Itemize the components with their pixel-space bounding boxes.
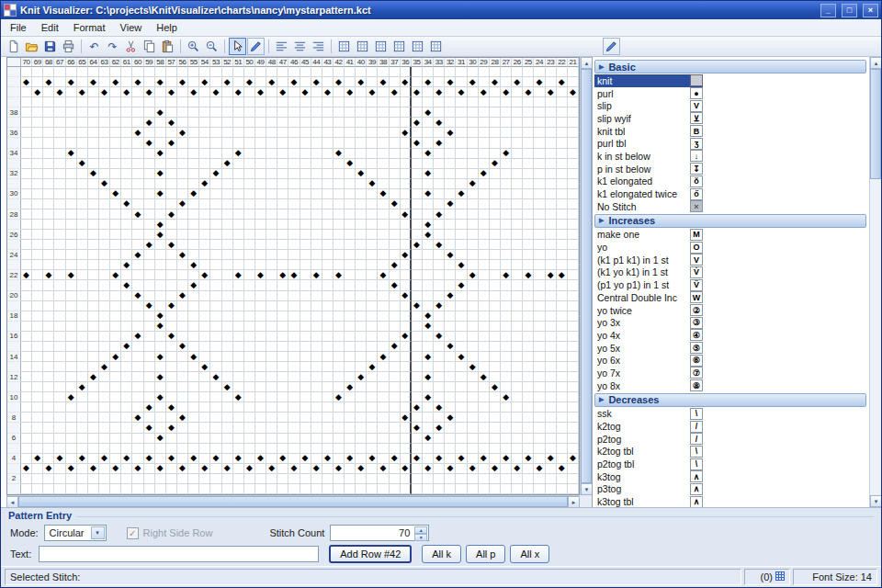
chart-cell[interactable] <box>412 372 423 382</box>
chart-cell[interactable] <box>367 240 378 250</box>
mode-dropdown[interactable]: Circular ▼ <box>44 525 107 541</box>
chart-cell[interactable] <box>155 270 166 280</box>
chart-cell[interactable] <box>255 342 266 352</box>
chart-cell[interactable] <box>468 301 479 311</box>
chart-cell[interactable] <box>222 332 233 342</box>
stitch-yo-7x[interactable]: yo 7x⑦ <box>594 367 703 379</box>
chart-cell[interactable] <box>523 128 534 138</box>
align-center-button[interactable] <box>291 38 309 55</box>
chart-cell[interactable] <box>557 209 568 220</box>
chart-cell[interactable] <box>277 128 288 138</box>
chart-cell[interactable] <box>356 270 367 280</box>
chart-cell[interactable] <box>66 332 77 342</box>
chart-cell[interactable] <box>222 260 233 270</box>
chart-cell[interactable] <box>132 454 143 464</box>
chart-cell[interactable] <box>110 332 121 342</box>
chart-cell[interactable] <box>501 311 512 322</box>
chart-cell[interactable]: ◆ <box>166 118 177 128</box>
chart-cell[interactable] <box>266 270 277 280</box>
chart-cell[interactable] <box>54 474 65 484</box>
chart-cell[interactable]: ◆ <box>222 464 233 474</box>
chart-cell[interactable] <box>534 372 545 382</box>
chart-cell[interactable] <box>210 97 221 107</box>
chart-cell[interactable] <box>367 97 378 107</box>
chart-cell[interactable] <box>378 322 389 332</box>
chart-cell[interactable] <box>557 301 568 311</box>
chart-cell[interactable] <box>423 97 434 107</box>
chart-cell[interactable] <box>456 138 467 148</box>
chart-cell[interactable] <box>512 280 523 290</box>
chart-cell[interactable] <box>546 128 557 138</box>
chart-cell[interactable] <box>99 322 110 332</box>
chart-cell[interactable] <box>77 220 88 230</box>
chart-cell[interactable] <box>568 444 579 454</box>
chart-cell[interactable] <box>66 220 77 230</box>
chart-cell[interactable] <box>199 392 210 402</box>
stitch-k-in-st-below[interactable]: k in st below↓ <box>594 150 703 163</box>
chart-cell[interactable] <box>77 77 88 87</box>
chart-cell[interactable] <box>188 270 199 280</box>
chart-cell[interactable] <box>345 322 356 332</box>
chart-cell[interactable] <box>479 250 490 260</box>
chart-cell[interactable] <box>233 362 244 372</box>
chart-cell[interactable] <box>568 474 579 484</box>
chart-cell[interactable] <box>188 382 199 392</box>
chart-cell[interactable] <box>300 209 311 220</box>
chart-cell[interactable] <box>199 332 210 342</box>
chart-cell[interactable] <box>479 402 490 413</box>
chart-cell[interactable] <box>266 220 277 230</box>
chart-cell[interactable] <box>334 342 345 352</box>
chart-cell[interactable] <box>54 240 65 250</box>
chart-cell[interactable] <box>43 159 54 169</box>
chart-cell[interactable] <box>568 311 579 322</box>
chart-cell[interactable] <box>390 209 401 220</box>
chart-cell[interactable]: ◆ <box>110 464 121 474</box>
chart-cell[interactable] <box>43 362 54 372</box>
chart-cell[interactable] <box>356 342 367 352</box>
chart-cell[interactable] <box>210 118 221 128</box>
chart-cell[interactable] <box>188 372 199 382</box>
chart-cell[interactable] <box>423 402 434 413</box>
chart-cell[interactable] <box>99 209 110 220</box>
chart-cell[interactable] <box>144 372 155 382</box>
chart-cell[interactable] <box>390 77 401 87</box>
chart-cell[interactable] <box>468 250 479 260</box>
chart-cell[interactable] <box>401 179 412 189</box>
chart-cell[interactable] <box>277 464 288 474</box>
chart-cell[interactable] <box>233 179 244 189</box>
chart-cell[interactable] <box>222 118 233 128</box>
chart-cell[interactable] <box>277 332 288 342</box>
chart-cell[interactable] <box>132 362 143 372</box>
chart-cell[interactable] <box>266 301 277 311</box>
chart-cell[interactable] <box>144 220 155 230</box>
chart-cell[interactable] <box>356 444 367 454</box>
chart-cell[interactable] <box>244 372 255 382</box>
chart-cell[interactable] <box>255 402 266 413</box>
chart-cell[interactable] <box>88 352 99 362</box>
chart-cell[interactable] <box>490 474 501 484</box>
chart-cell[interactable] <box>43 199 54 209</box>
chart-cell[interactable] <box>244 322 255 332</box>
chart-cell[interactable] <box>490 128 501 138</box>
chart-cell[interactable] <box>54 199 65 209</box>
chart-cell[interactable] <box>210 464 221 474</box>
chart-cell[interactable] <box>568 209 579 220</box>
chart-cell[interactable] <box>557 311 568 322</box>
chart-cell[interactable] <box>557 474 568 484</box>
chart-cell[interactable] <box>468 128 479 138</box>
chart-cell[interactable] <box>534 423 545 433</box>
chart-cell[interactable]: ◆ <box>210 372 221 382</box>
chart-cell[interactable] <box>345 169 356 179</box>
chart-cell[interactable] <box>300 311 311 322</box>
chart-cell[interactable] <box>277 352 288 362</box>
chart-cell[interactable] <box>356 159 367 169</box>
chart-cell[interactable] <box>501 230 512 240</box>
chart-cell[interactable] <box>322 189 334 199</box>
chart-cell[interactable]: ◆ <box>468 464 479 474</box>
chart-cell[interactable] <box>233 372 244 382</box>
chart-cell[interactable] <box>177 382 188 392</box>
chart-cell[interactable]: ◆ <box>166 209 177 220</box>
chart-cell[interactable] <box>412 107 423 118</box>
chart-cell[interactable] <box>266 342 277 352</box>
chart-cell[interactable] <box>199 382 210 392</box>
